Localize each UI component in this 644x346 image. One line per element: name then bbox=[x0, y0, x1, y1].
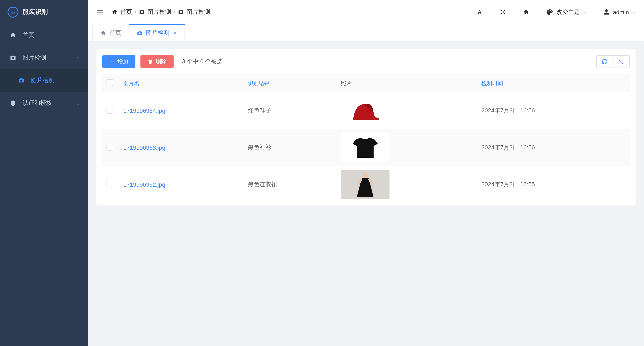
sidebar-item-home[interactable]: 首页 bbox=[0, 24, 88, 46]
tabs: 首页 图片检测 ✕ bbox=[88, 24, 644, 41]
camera-icon bbox=[18, 77, 25, 84]
home-icon bbox=[100, 30, 106, 36]
col-time[interactable]: 检测时间 bbox=[477, 74, 630, 92]
breadcrumb-label: 首页 bbox=[120, 8, 132, 16]
close-icon[interactable]: ✕ bbox=[173, 30, 177, 36]
font-size-button[interactable] bbox=[476, 8, 483, 15]
home-icon bbox=[112, 9, 118, 15]
theme-button[interactable]: 改变主题 ⌄ bbox=[546, 8, 586, 16]
sidebar-item-image-detect-sub[interactable]: 图片检测 bbox=[0, 69, 88, 92]
file-link[interactable]: 1719996984.jpg bbox=[123, 107, 166, 114]
fullscreen-button[interactable] bbox=[500, 9, 506, 15]
row-checkbox[interactable] bbox=[106, 107, 113, 114]
thumbnail-image[interactable] bbox=[341, 96, 390, 125]
file-link[interactable]: 1719996952.jpg bbox=[123, 181, 166, 188]
main-area: 首页 / 图片检测 / 图片检测 bbox=[88, 0, 644, 346]
topbar-right: 改变主题 ⌄ admin ⌄ bbox=[476, 8, 636, 16]
tab-label: 图片检测 bbox=[146, 29, 170, 37]
delete-button[interactable]: 删除 bbox=[140, 55, 174, 68]
shield-icon bbox=[9, 100, 17, 106]
user-menu[interactable]: admin ⌄ bbox=[603, 8, 636, 15]
palette-icon bbox=[546, 8, 553, 15]
sidebar-item-image-detect[interactable]: 图片检测 ⌃ bbox=[0, 46, 88, 69]
sidebar-item-label: 认证和授权 bbox=[23, 100, 52, 107]
content: ＋ 增加 删除 3 个中 0 个被选 bbox=[88, 41, 644, 346]
result-text: 黑色连衣裙 bbox=[248, 181, 277, 188]
refresh-button[interactable] bbox=[596, 55, 613, 68]
chevron-down-icon: ⌄ bbox=[632, 10, 636, 14]
home-icon bbox=[9, 32, 17, 38]
breadcrumb-l1[interactable]: 图片检测 bbox=[139, 8, 171, 16]
col-label: 照片 bbox=[341, 80, 352, 86]
camera-icon bbox=[139, 9, 145, 15]
chevron-up-icon: ⌃ bbox=[76, 56, 80, 60]
time-text: 2024年7月3日 16:56 bbox=[481, 144, 535, 150]
chevron-down-icon: ⌄ bbox=[583, 10, 586, 14]
time-text: 2024年7月3日 16:55 bbox=[481, 181, 535, 188]
tab-home[interactable]: 首页 bbox=[92, 24, 129, 41]
sidebar: ∞ 服装识别 首页 图片检测 ⌃ 图片检测 bbox=[0, 0, 88, 346]
tab-label: 首页 bbox=[110, 29, 121, 37]
col-result[interactable]: 识别结果 bbox=[244, 74, 337, 92]
camera-icon bbox=[178, 9, 184, 15]
breadcrumb-home[interactable]: 首页 bbox=[112, 8, 132, 16]
file-link[interactable]: 1719996968.jpg bbox=[123, 144, 166, 151]
sidebar-menu: 首页 图片检测 ⌃ 图片检测 认证和授权 ⌄ bbox=[0, 24, 88, 346]
button-label: 删除 bbox=[156, 58, 166, 66]
expand-button[interactable] bbox=[613, 55, 630, 68]
brand-text: 服装识别 bbox=[23, 8, 48, 16]
brand: ∞ 服装识别 bbox=[0, 0, 88, 24]
col-name[interactable]: 图片名 bbox=[119, 74, 244, 92]
toolbar: ＋ 增加 删除 3 个中 0 个被选 bbox=[96, 55, 636, 74]
table-row[interactable]: 1719996984.jpg红色鞋子2024年7月3日 16:56 bbox=[102, 92, 630, 129]
theme-label: 改变主题 bbox=[556, 8, 580, 16]
row-checkbox[interactable] bbox=[106, 144, 113, 150]
table-row[interactable]: 1719996968.jpg黑色衬衫2024年7月3日 16:56 bbox=[102, 129, 630, 166]
thumbnail-image[interactable] bbox=[341, 133, 390, 162]
col-label: 图片名 bbox=[123, 80, 140, 86]
sidebar-item-label: 图片检测 bbox=[31, 77, 54, 84]
breadcrumb-label: 图片检测 bbox=[148, 8, 171, 16]
col-label: 识别结果 bbox=[248, 80, 270, 86]
select-all-checkbox[interactable] bbox=[106, 79, 113, 86]
add-button[interactable]: ＋ 增加 bbox=[102, 55, 136, 68]
breadcrumb-label: 图片检测 bbox=[186, 8, 210, 16]
camera-icon bbox=[9, 54, 17, 61]
camera-icon bbox=[137, 30, 142, 36]
col-label: 检测时间 bbox=[481, 80, 503, 86]
row-checkbox[interactable] bbox=[106, 180, 113, 187]
trash-icon bbox=[148, 59, 153, 64]
user-icon bbox=[603, 9, 610, 15]
tab-image-detect[interactable]: 图片检测 ✕ bbox=[129, 24, 185, 41]
user-label: admin bbox=[613, 8, 629, 15]
data-table: 图片名 识别结果 照片 检测时间 1719996984.jpg红色鞋子2024年… bbox=[102, 74, 630, 203]
plus-icon: ＋ bbox=[110, 58, 115, 66]
thumbnail-image[interactable] bbox=[341, 170, 390, 199]
breadcrumb-sep: / bbox=[174, 8, 175, 15]
time-text: 2024年7月3日 16:56 bbox=[481, 107, 535, 114]
selection-info: 3 个中 0 个被选 bbox=[182, 58, 223, 66]
logo-icon: ∞ bbox=[8, 6, 18, 18]
sidebar-item-auth[interactable]: 认证和授权 ⌄ bbox=[0, 92, 88, 114]
topbar: 首页 / 图片检测 / 图片检测 bbox=[88, 0, 644, 24]
col-photo: 照片 bbox=[337, 74, 477, 92]
hamburger-icon[interactable] bbox=[96, 8, 104, 16]
breadcrumb-sep: / bbox=[134, 8, 136, 15]
result-text: 黑色衬衫 bbox=[248, 144, 271, 150]
breadcrumb: 首页 / 图片检测 / 图片检测 bbox=[112, 8, 210, 16]
data-card: ＋ 增加 删除 3 个中 0 个被选 bbox=[96, 49, 636, 206]
table-row[interactable]: 1719996952.jpg黑色连衣裙2024年7月3日 16:55 bbox=[102, 166, 630, 203]
chevron-down-icon: ⌄ bbox=[76, 101, 80, 106]
button-label: 增加 bbox=[118, 58, 128, 66]
home-button[interactable] bbox=[523, 8, 530, 15]
breadcrumb-l2: 图片检测 bbox=[178, 8, 210, 16]
toolbar-right bbox=[596, 55, 630, 68]
result-text: 红色鞋子 bbox=[248, 107, 271, 114]
sidebar-item-label: 首页 bbox=[23, 32, 34, 39]
sidebar-item-label: 图片检测 bbox=[23, 54, 46, 62]
